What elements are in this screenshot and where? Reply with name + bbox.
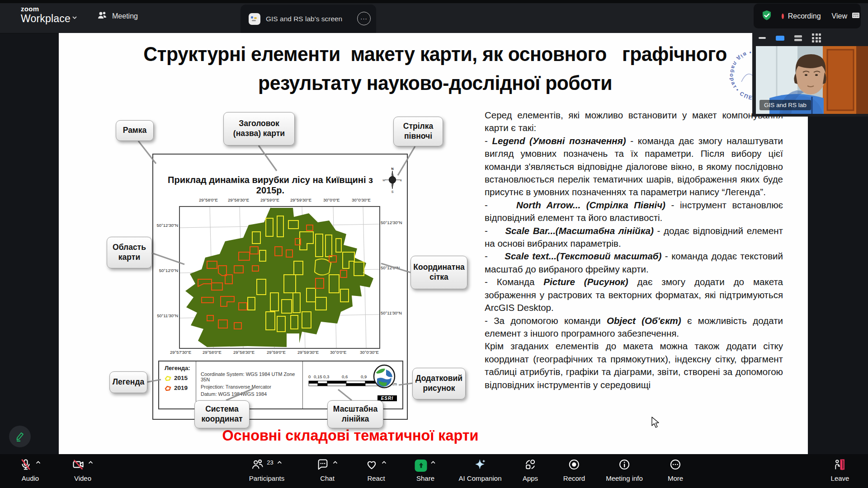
slide-title-line2: результату науково-дослідної роботи: [96, 72, 774, 94]
share-button[interactable]: Share: [415, 458, 436, 482]
top-bar: zoom Workplace Meeting GIS and RS lab's …: [0, 0, 868, 33]
annotate-button[interactable]: [9, 426, 31, 447]
window-edge: [0, 0, 868, 3]
axis-tick: 50°11'30"N: [152, 313, 178, 318]
meeting-tab-label: Meeting: [112, 12, 138, 20]
axis-tick: 50°12'30"N: [152, 223, 178, 228]
callout-picture: Додатковийрисунок: [412, 368, 466, 399]
audio-options-caret-icon[interactable]: [35, 458, 41, 466]
body-paragraph: Крім згаданих елементів до макета можна …: [485, 340, 783, 391]
map-data-frame: [179, 206, 380, 349]
legend-item-2019: 2019: [165, 385, 196, 391]
north-arrow-icon: N E S W: [382, 166, 402, 193]
view-label: View: [832, 12, 847, 20]
stacked-view-icon[interactable]: [794, 35, 802, 41]
recording-dot-icon: [782, 14, 784, 19]
axis-tick: 50°11'30"N: [381, 310, 407, 315]
participants-button[interactable]: 23 Participants: [249, 458, 284, 482]
shared-screen-thumbnail-icon: [249, 13, 260, 25]
react-button[interactable]: React: [365, 458, 387, 482]
tab-meeting[interactable]: Meeting: [97, 11, 138, 22]
react-options-caret-icon[interactable]: [381, 458, 387, 466]
chat-bubble-icon: [316, 458, 329, 473]
video-thumbnail-panel: GIS and RS lab: [752, 30, 868, 117]
record-button[interactable]: Record: [563, 458, 585, 482]
chevron-down-icon[interactable]: [71, 14, 78, 23]
callout-frame: Рамка: [116, 120, 154, 141]
audio-button[interactable]: Audio: [19, 458, 41, 482]
esri-globe-logo: ESRI: [373, 364, 399, 403]
axis-tick: 29°59'30"E: [290, 197, 311, 202]
logo-zoom-text: zoom: [21, 5, 71, 12]
leave-door-icon: [833, 458, 847, 473]
axis-tick: 29°58'30"E: [228, 197, 249, 202]
body-paragraph: - Scale text...(Текстовий масштаб) - ком…: [485, 250, 783, 276]
record-icon: [568, 458, 580, 473]
participants-icon: [97, 11, 107, 22]
callout-map-title: Заголовок(назва) карти: [223, 112, 295, 145]
apps-icon: [524, 458, 537, 473]
share-options-caret-icon[interactable]: [430, 458, 436, 466]
more-button[interactable]: More: [668, 458, 683, 482]
chat-options-caret-icon[interactable]: [332, 458, 338, 466]
callout-north-arrow: Стрілкапівночі: [393, 117, 443, 146]
recording-label: Recording: [788, 12, 821, 20]
axis-tick: 30°0'0"E: [330, 350, 346, 355]
axis-tick: 29°58'30"E: [233, 350, 255, 355]
video-options-caret-icon[interactable]: [88, 458, 94, 466]
ai-sparkle-icon: [474, 458, 486, 473]
svg-text:N: N: [391, 167, 393, 170]
participant-video[interactable]: GIS and RS lab: [756, 46, 868, 114]
axis-tick: 50°12'0"N: [381, 265, 407, 270]
forest-cut-map: [180, 207, 379, 348]
participants-count-badge: 23: [267, 459, 273, 466]
callout-map-area: Областькарти: [107, 237, 152, 268]
axis-tick: 50°12'0"N: [152, 268, 178, 273]
video-button[interactable]: Video: [72, 458, 94, 482]
axis-tick: 29°58'0"E: [203, 350, 222, 355]
legend-2015-swatch-icon: [165, 375, 171, 381]
tab-shared-screen[interactable]: GIS and RS lab's screen ...: [241, 5, 376, 33]
security-shield-icon[interactable]: [761, 9, 773, 23]
axis-tick: 30°0'30"E: [360, 350, 379, 355]
chat-button[interactable]: Chat: [316, 458, 338, 482]
participants-options-caret-icon[interactable]: [277, 458, 283, 466]
zoom-meeting-window: zoom Workplace Meeting GIS and RS lab's …: [0, 0, 868, 488]
gallery-view-icon[interactable]: [812, 33, 821, 42]
leave-button[interactable]: Leave: [831, 458, 849, 482]
shared-screen-tab-label: GIS and RS lab's screen: [266, 15, 342, 23]
body-paragraph: - Scale Bar...(Масштабна лінійка) - дода…: [485, 225, 783, 250]
view-layout-icon: [851, 11, 861, 22]
meeting-status-bar: Recording View: [754, 4, 861, 28]
minimize-videos-icon[interactable]: [759, 37, 766, 39]
view-button[interactable]: View: [832, 11, 861, 22]
slide-title-line1: Структурні елементи макету карти, як осн…: [96, 43, 774, 66]
speaker-view-icon[interactable]: [776, 36, 784, 41]
axis-tick: 29°57'30"E: [170, 350, 191, 355]
ai-companion-button[interactable]: AI Companion: [458, 458, 501, 482]
body-paragraph: - North Arrow... (Стрілка Північ) - інст…: [485, 199, 783, 225]
svg-text:S: S: [392, 190, 394, 193]
participant-name-label: GIS and RS lab: [760, 100, 811, 110]
apps-button[interactable]: Apps: [523, 458, 538, 482]
body-paragraph: - Legend (Умовні позначення) - команда д…: [485, 135, 783, 199]
camera-off-icon: [72, 458, 85, 473]
meeting-info-button[interactable]: Meeting info: [606, 458, 643, 482]
tab-options-ellipsis-icon[interactable]: ...: [357, 12, 371, 25]
heart-icon: [365, 458, 378, 473]
legend-heading: Легенда:: [165, 365, 196, 371]
svg-text:E: E: [400, 179, 402, 182]
callout-scale-bar: Масштабналінійка: [327, 400, 383, 428]
callout-coordinate-grid: Координатнасітка: [410, 256, 467, 289]
callout-coordinate-system: Системакоординат: [194, 400, 250, 428]
legend-2019-swatch-icon: [165, 385, 171, 391]
mouse-cursor: [651, 417, 661, 428]
axis-tick: 50°12'30"N: [381, 220, 407, 225]
body-paragraph: - Команда Picture (Рисунок) дає змогу до…: [485, 276, 783, 314]
axis-tick: 29°58'0"E: [199, 197, 218, 202]
video-panel-controls: [752, 30, 868, 46]
slide-title: Структурні елементи макету карти, як осн…: [86, 43, 784, 94]
axis-tick: 29°59'30"E: [297, 350, 319, 355]
axis-tick: 29°59'0"E: [260, 197, 279, 202]
map-legend: Легенда: 2015 2019: [159, 361, 196, 408]
